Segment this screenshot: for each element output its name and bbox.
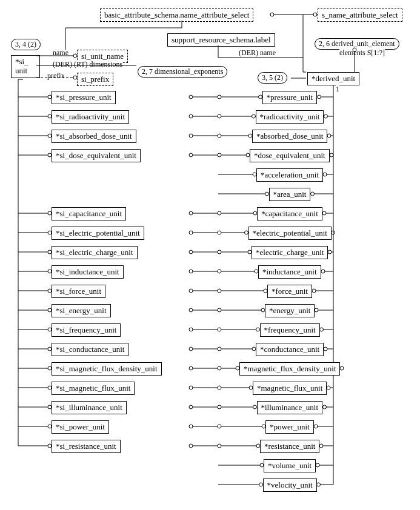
svg-point-197	[218, 153, 221, 157]
derived-subtype: *power_unit	[265, 420, 314, 434]
svg-point-21	[311, 192, 315, 196]
svg-point-219	[218, 405, 221, 409]
svg-point-207	[218, 289, 221, 293]
si-subtype: *si_force_unit	[52, 285, 105, 298]
derived-subtype: *resistance_unit	[260, 440, 319, 453]
svg-point-178	[189, 405, 193, 409]
svg-point-158	[189, 328, 193, 331]
derived-subtype: *absorbed_dose_unit	[252, 130, 327, 143]
svg-point-9	[327, 134, 331, 137]
svg-point-148	[189, 289, 193, 293]
svg-point-65	[323, 405, 327, 409]
si-subtype: *si_pressure_unit	[52, 91, 116, 104]
svg-point-98	[73, 76, 77, 79]
svg-point-153	[189, 308, 193, 312]
derived-subtype: *dose_equivalent_unit	[250, 149, 330, 162]
si-subtype: *si_power_unit	[52, 420, 109, 434]
svg-point-138	[189, 250, 193, 254]
si-subtype: *si_conductance_unit	[52, 343, 128, 356]
svg-point-195	[218, 134, 221, 137]
svg-point-17	[323, 173, 327, 176]
svg-point-108	[189, 95, 193, 99]
si-subtype: *si_dose_equivalent_unit	[52, 149, 141, 162]
si-subtype: *si_electric_charge_unit	[52, 246, 138, 259]
derived-subtype: *electric_charge_unit	[252, 246, 328, 259]
si-subtype: *si_inductance_unit	[52, 265, 124, 279]
derived-subtype: *conductance_unit	[256, 343, 324, 356]
svg-point-209	[218, 308, 221, 312]
svg-point-203	[218, 250, 221, 254]
svg-point-123	[189, 153, 193, 157]
svg-point-53	[324, 347, 327, 351]
svg-point-199	[218, 211, 221, 215]
svg-point-183	[189, 425, 193, 428]
derived-subtype: *force_unit	[267, 285, 312, 298]
svg-point-33	[328, 250, 332, 254]
svg-point-205	[218, 270, 221, 273]
svg-point-86	[313, 13, 317, 16]
svg-point-25	[322, 211, 326, 215]
svg-point-37	[321, 270, 325, 273]
svg-point-77	[316, 463, 319, 467]
derived-subtype: *pressure_unit	[262, 91, 318, 104]
svg-point-163	[189, 347, 193, 351]
svg-point-118	[189, 134, 193, 137]
svg-point-1	[318, 95, 321, 99]
svg-point-95	[73, 54, 77, 58]
svg-point-85	[270, 13, 274, 16]
svg-point-73	[319, 444, 323, 448]
svg-point-133	[189, 231, 193, 234]
svg-point-143	[189, 270, 193, 273]
svg-point-211	[218, 328, 221, 331]
derived-subtype: *inductance_unit	[258, 265, 321, 279]
derived-subtype: *area_unit	[269, 188, 311, 201]
svg-point-193	[218, 114, 221, 118]
svg-point-113	[189, 114, 193, 118]
svg-point-61	[327, 386, 330, 389]
svg-point-221	[218, 425, 221, 428]
si-subtype: *si_frequency_unit	[52, 323, 121, 337]
derived-subtype: *magnetic_flux_unit	[253, 382, 327, 395]
svg-point-49	[320, 328, 324, 331]
svg-point-188	[189, 444, 193, 448]
svg-point-104	[353, 48, 356, 51]
si-subtype: *si_magnetic_flux_unit	[52, 382, 135, 395]
svg-point-191	[218, 95, 221, 99]
svg-point-215	[218, 366, 221, 370]
si-subtype: *si_magnetic_flux_density_unit	[52, 362, 162, 376]
svg-point-173	[189, 386, 193, 389]
svg-point-45	[315, 308, 318, 312]
derived-subtype: *frequency_unit	[260, 323, 320, 337]
svg-point-128	[189, 211, 193, 215]
derived-subtype: *volume_unit	[264, 459, 316, 472]
si-subtype: *si_resistance_unit	[52, 440, 121, 453]
derived-subtype: *acceleration_unit	[256, 168, 323, 182]
si-subtype: *si_radioactivity_unit	[52, 110, 129, 124]
svg-point-41	[312, 289, 316, 293]
si-subtype: *si_capacitance_unit	[52, 207, 126, 220]
svg-point-168	[189, 366, 193, 370]
derived-subtype: *energy_unit	[265, 304, 315, 317]
derived-subtype: *magnetic_flux_density_unit	[239, 362, 340, 376]
svg-point-57	[340, 366, 344, 370]
derived-subtype: *velocity_unit	[263, 479, 317, 492]
si-subtype: *si_illuminance_unit	[52, 401, 127, 414]
svg-point-81	[317, 483, 321, 486]
svg-point-13	[330, 153, 333, 157]
si-subtype: *si_energy_unit	[52, 304, 111, 317]
svg-point-5	[324, 114, 328, 118]
derived-subtype: *radioactivity_unit	[256, 110, 324, 124]
svg-point-69	[314, 425, 318, 428]
svg-point-223	[218, 444, 221, 448]
si-subtype: *si_electric_potential_unit	[52, 227, 144, 240]
svg-point-217	[218, 386, 221, 389]
svg-point-213	[218, 347, 221, 351]
derived-subtype: *electric_potential_unit	[248, 227, 332, 240]
derived-subtype: *illuminance_unit	[257, 401, 323, 414]
svg-point-201	[218, 231, 221, 234]
si-subtype: *si_absorbed_dose_unit	[52, 130, 136, 143]
derived-subtype: *capacitance_unit	[257, 207, 322, 220]
